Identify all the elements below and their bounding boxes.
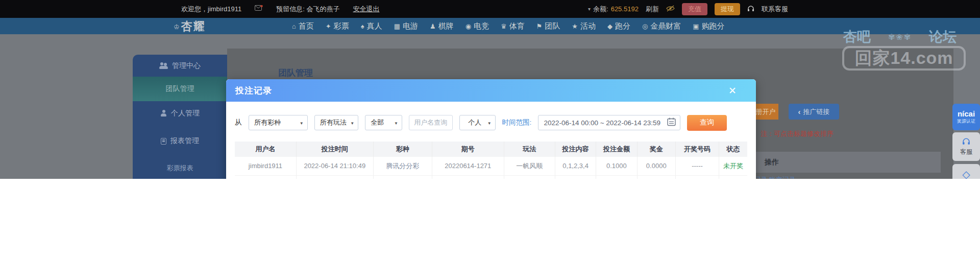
chevron-down-icon: ▼ — [300, 121, 304, 126]
withdraw-button[interactable]: 提现 — [715, 3, 740, 15]
username-search-input[interactable]: 用户名查询 — [409, 115, 453, 130]
document-icon — [161, 138, 166, 145]
play-type-value: 所有玩法 — [320, 118, 347, 127]
nav-item-1[interactable]: ⌂首页 — [292, 21, 314, 31]
chevron-down-icon: ▼ — [487, 121, 492, 126]
status-select[interactable]: 全部 ▼ — [365, 115, 402, 130]
nav-item-label: 活动 — [580, 21, 596, 31]
table-cell: 20220614-1271 — [432, 157, 504, 175]
mail-icon[interactable] — [255, 5, 263, 13]
nav-item-7[interactable]: ♛体育 — [501, 21, 525, 31]
recharge-button[interactable]: 充值 — [682, 3, 707, 15]
screen: 欢迎您，jimbird1911 预留信息: 会飞的燕子 安全退出 ▾ 余额: 6… — [0, 0, 980, 280]
chevron-down-icon: ▼ — [350, 121, 354, 126]
date-range-input[interactable]: 2022-06-14 00:00 ~ 2022-06-14 23:59 — [538, 115, 680, 130]
chevron-down-icon: ▼ — [394, 121, 398, 126]
jinding-icon: ◎ — [642, 22, 648, 30]
sidebar-item-label: 个人管理 — [171, 109, 200, 118]
nav-item-label: 跑分 — [615, 21, 630, 31]
topbar: 欢迎您，jimbird1911 预留信息: 会飞的燕子 安全退出 ▾ 余额: 6… — [0, 0, 980, 18]
promo-link-button[interactable]: ‹ 推广链接 — [789, 104, 839, 120]
navbar: ♔ 杏耀 ⌂首页✦彩票♠真人▦电游♟棋牌◉电竞♛体育⚑团队★活动◆跑分◎金鼎财富… — [0, 18, 980, 34]
nav-item-label: 棋牌 — [438, 21, 454, 31]
nav-item-12[interactable]: ▣购跑分 — [693, 21, 724, 31]
activity-icon: ★ — [572, 22, 578, 30]
contact-service-link[interactable]: 联系客服 — [762, 5, 788, 14]
balance-group[interactable]: ▾ 余额: 625.5192 — [588, 5, 639, 14]
live-casino-icon: ♠ — [361, 22, 364, 30]
lottery-type-value: 所有彩种 — [254, 118, 281, 127]
table-header-row: 用户名投注时间彩种期号玩法投注内容投注金额奖金开奖号码状态 — [235, 142, 747, 157]
nav-item-label: 电竞 — [474, 21, 489, 31]
table-cell: ----- — [675, 157, 719, 175]
nav-item-6[interactable]: ◉电竞 — [465, 21, 489, 31]
table-cell: 未开奖 — [719, 157, 747, 175]
query-button[interactable]: 查询 — [687, 115, 727, 131]
table-cell: 2022-06-14 21:10:49 — [296, 157, 373, 175]
table-cell: jimbird1911 — [235, 157, 296, 175]
from-label: 从 — [235, 118, 242, 127]
nav-item-label: 电游 — [403, 21, 418, 31]
board-games-icon: ♟ — [430, 22, 436, 30]
nav-item-label: 彩票 — [334, 21, 349, 31]
nav-item-9[interactable]: ★活动 — [572, 21, 596, 31]
nav-item-4[interactable]: ▦电游 — [394, 21, 418, 31]
welcome-text: 欢迎您，jimbird1911 — [181, 5, 241, 14]
column-header: 状态 — [719, 142, 747, 157]
column-header: 奖金 — [637, 142, 675, 157]
nav-item-label: 真人 — [367, 21, 382, 31]
esports-icon: ◉ — [465, 22, 471, 30]
nicai-logo: nícai — [958, 110, 975, 118]
operations-header: 操作 — [765, 158, 779, 167]
sidebar-item-3[interactable]: 个人管理 — [133, 101, 227, 125]
balance-label: 余额: — [593, 5, 608, 14]
nicai-badge[interactable]: nícai 奖源认证 — [952, 104, 980, 130]
column-header: 期号 — [432, 142, 504, 157]
team-icon: ⚑ — [536, 22, 543, 30]
nicai-sub-label: 奖源认证 — [957, 118, 975, 124]
service-widget[interactable]: 客服 — [952, 132, 980, 161]
date-range-value: 2022-06-14 00:00 ~ 2022-06-14 23:59 — [544, 119, 660, 127]
home-icon: ⌂ — [292, 22, 296, 30]
sidebar: 管理中心团队管理个人管理报表管理彩票报表 — [133, 55, 227, 179]
share-icon: ‹ — [798, 107, 801, 116]
column-header: 投注时间 — [296, 142, 373, 157]
sidebar-item-5[interactable]: 彩票报表 — [133, 157, 227, 179]
table-row: jimbird19112022-06-14 21:10:49腾讯分分彩20220… — [235, 157, 747, 175]
page-title: 团队管理 — [278, 67, 313, 79]
sidebar-item-4[interactable]: 报表管理 — [133, 125, 227, 157]
nav-item-11[interactable]: ◎金鼎财富 — [642, 21, 681, 31]
close-icon[interactable]: ✕ — [728, 85, 737, 97]
site-logo[interactable]: ♔ 杏耀 — [174, 19, 206, 34]
column-header: 用户名 — [235, 142, 296, 157]
logout-link[interactable]: 安全退出 — [353, 5, 379, 14]
headset-icon — [747, 5, 754, 13]
column-header: 彩种 — [373, 142, 432, 157]
table-cell: 0.0000 — [637, 157, 675, 175]
operations-header-strip: 操作 — [752, 152, 941, 173]
sort-note: 注：可点击标题修改排序 — [761, 129, 834, 138]
column-header: 投注内容 — [555, 142, 596, 157]
sidebar-item-2[interactable]: 团队管理 — [133, 77, 227, 101]
nav-item-3[interactable]: ♠真人 — [361, 21, 382, 31]
sidebar-item-label: 管理中心 — [172, 61, 201, 71]
nav-item-2[interactable]: ✦彩票 — [326, 21, 349, 31]
register-account-button[interactable]: 册开户 — [753, 104, 778, 120]
sports-icon: ♛ — [501, 22, 507, 30]
time-range-label: 时间范围: — [502, 118, 532, 127]
eye-slash-icon[interactable] — [666, 5, 675, 13]
nav-item-10[interactable]: ◆跑分 — [607, 21, 630, 31]
slots-icon: ▦ — [394, 22, 400, 30]
nav-item-label: 体育 — [509, 21, 525, 31]
sidebar-item-1[interactable]: 管理中心 — [133, 55, 227, 77]
play-type-select[interactable]: 所有玩法 ▼ — [314, 115, 358, 130]
headset-icon — [962, 137, 971, 147]
scope-select[interactable]: 个人 ▼ — [459, 115, 496, 130]
users-icon — [159, 62, 168, 69]
refresh-link[interactable]: 刷新 — [646, 5, 659, 14]
lottery-type-select[interactable]: 所有彩种 ▼ — [249, 115, 308, 130]
nav-item-8[interactable]: ⚑团队 — [536, 21, 560, 31]
nav-item-5[interactable]: ♟棋牌 — [430, 21, 454, 31]
table-cell: 0.1000 — [596, 157, 637, 175]
logo-text: 杏耀 — [181, 19, 206, 34]
